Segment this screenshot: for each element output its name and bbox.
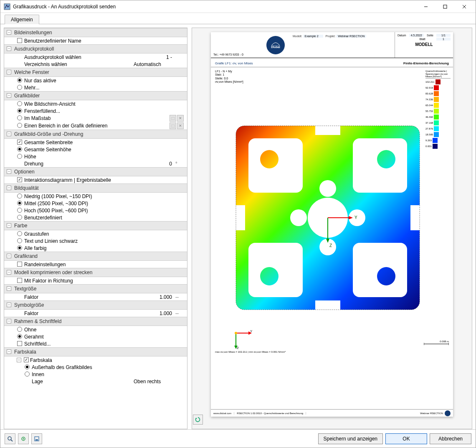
group-textgroesse[interactable]: −Textgröße bbox=[4, 284, 187, 293]
group-farbe[interactable]: −Farbe bbox=[4, 221, 187, 230]
opt-gerahmt[interactable]: Gerahmt bbox=[4, 333, 187, 340]
print-page: Tel.: +49 9673 9203 - 0 Dlubal Modell: E… bbox=[211, 32, 453, 417]
opt-protokoll-select[interactable]: Ausdruckprotokoll wählen1 - bbox=[4, 53, 187, 61]
region-clear-icon[interactable]: ✕ bbox=[177, 122, 184, 129]
hdr-project: Projekt: Webinar RSECTION bbox=[326, 35, 367, 55]
tab-general[interactable]: Allgemein bbox=[5, 15, 39, 24]
opt-faktor-richtung[interactable]: Mit Faktor in Richtung bbox=[4, 277, 187, 284]
settings-button[interactable] bbox=[18, 433, 29, 444]
dialog-window: Grafikausdruck - An Ausdruckprotokoll se… bbox=[0, 0, 476, 448]
header-tel: Tel.: +49 9673 9203 - 0 bbox=[211, 32, 261, 58]
axes-indicator: Y Z bbox=[232, 329, 253, 350]
svg-point-44 bbox=[8, 437, 11, 440]
opt-textlinien-schwarz[interactable]: Text und Linien schwarz bbox=[4, 237, 187, 244]
dlubal-logo: Dlubal bbox=[266, 36, 285, 54]
graphic-footline: max σv,von Mises = 102.211 | min σv,von … bbox=[215, 351, 286, 353]
group-bildqualitaet[interactable]: −Bildqualität bbox=[4, 183, 187, 193]
refresh-button[interactable] bbox=[193, 415, 203, 425]
help-button[interactable] bbox=[5, 433, 15, 444]
cancel-button[interactable]: Abbrechen bbox=[430, 433, 471, 444]
scale-bar: 0.008 m bbox=[424, 340, 449, 346]
svg-rect-49 bbox=[35, 439, 38, 440]
opt-bereich[interactable]: Einen Bereich in der Grafik definieren ⬚… bbox=[4, 122, 187, 130]
opt-mehr[interactable]: Mehr... bbox=[4, 84, 187, 91]
opt-verzeichnis[interactable]: Verzeichnis wählenAutomatisch bbox=[4, 61, 187, 68]
opt-massstab[interactable]: Im Maßstab ⬚✕ bbox=[4, 115, 187, 122]
opt-qual-low[interactable]: Niedrig (1000 Pixel, ~150 DPI) bbox=[4, 193, 187, 200]
svg-rect-0 bbox=[4, 4, 10, 10]
svg-text:Z: Z bbox=[329, 243, 332, 248]
opt-diagram[interactable]: Interaktionsdiagramm | Ergebnistabelle bbox=[4, 176, 187, 183]
magnifier-icon bbox=[7, 436, 13, 442]
opt-qual-custom[interactable]: Benutzerdefiniert bbox=[4, 214, 187, 221]
opt-alle-farbig[interactable]: Alle farbig bbox=[4, 244, 187, 252]
opt-farbskala-cb[interactable]: −Farbskala bbox=[4, 356, 187, 364]
opt-nur-aktive[interactable]: Nur das aktive bbox=[4, 77, 187, 84]
color-legend: Querschnittswerte | Spannungen σv,von Mi… bbox=[425, 70, 451, 149]
radio[interactable] bbox=[17, 85, 22, 90]
preview-scroll[interactable]: Tel.: +49 9673 9203 - 0 Dlubal Modell: E… bbox=[192, 28, 472, 429]
hdr-right: Datum4.5.2022Seite1/1 Blatt1 MODELL bbox=[395, 32, 453, 58]
group-grafikrand[interactable]: −Grafikrand bbox=[4, 252, 187, 261]
group-grafikbilder[interactable]: −Grafikbilder bbox=[4, 91, 187, 100]
settings-panel: −Bildeinstellungen Benutzerdefinierter N… bbox=[4, 28, 187, 429]
page-footer: www.dlubal.com RSECTION 1.02.0010 - Quer… bbox=[211, 409, 453, 417]
opt-randeinstellungen[interactable]: Randeinstellungen bbox=[4, 261, 187, 268]
window-title: Grafikausdruck - An Ausdruckprotokoll se… bbox=[13, 4, 416, 10]
opt-symbol-faktor[interactable]: Faktor1.000-- bbox=[4, 310, 187, 317]
zoom-in-icon[interactable]: ⬚ bbox=[170, 115, 176, 122]
svg-text:Y: Y bbox=[354, 215, 357, 220]
opt-full-width[interactable]: Gesamte Seitenbreite bbox=[4, 139, 187, 146]
opt-bildschirm[interactable]: Wie Bildschirm-Ansicht bbox=[4, 100, 187, 107]
svg-point-39 bbox=[235, 332, 237, 334]
zoom-out-icon[interactable]: ✕ bbox=[177, 115, 184, 122]
opt-fensterfuellend[interactable]: Fensterfüllend... bbox=[4, 107, 187, 115]
opt-schriftfeld[interactable]: Schriftfeld... bbox=[4, 340, 187, 347]
opt-full-height[interactable]: Gesamte Seitenhöhe bbox=[4, 146, 187, 153]
settings-tree[interactable]: −Bildeinstellungen Benutzerdefinierter N… bbox=[4, 28, 187, 429]
group-options[interactable]: −Optionen bbox=[4, 167, 187, 176]
close-button[interactable] bbox=[455, 0, 474, 13]
group-welche-fenster[interactable]: −Welche Fenster bbox=[4, 68, 187, 77]
ok-button[interactable]: OK bbox=[385, 433, 427, 444]
save-icon bbox=[34, 436, 40, 442]
opt-ohne[interactable]: Ohne bbox=[4, 326, 187, 333]
hdr-model: Modell: Example 2 bbox=[293, 35, 323, 55]
refresh-icon bbox=[195, 417, 201, 423]
opt-qual-mid[interactable]: Mittel (2500 Pixel, ~300 DPI) bbox=[4, 200, 187, 207]
maximize-button[interactable] bbox=[435, 0, 455, 13]
group-rahmen[interactable]: −Rahmen & Schriftfeld bbox=[4, 317, 187, 326]
save-and-show-button[interactable]: Speichern und anzeigen bbox=[318, 433, 383, 444]
group-komprimieren[interactable]: −Modell komprimieren oder strecken bbox=[4, 268, 187, 277]
opt-scale-inside[interactable]: Innen bbox=[4, 371, 187, 378]
preview-panel: Tel.: +49 9673 9203 - 0 Dlubal Modell: E… bbox=[192, 28, 472, 429]
svg-line-45 bbox=[11, 440, 13, 441]
subtitle-right: Finite-Elemente-Berechnung bbox=[403, 61, 449, 65]
gear-icon bbox=[20, 436, 26, 442]
titlebar: Grafikausdruck - An Ausdruckprotokoll se… bbox=[0, 0, 476, 13]
tab-bar: Allgemein bbox=[0, 13, 476, 24]
opt-scale-pos[interactable]: LageOben rechts bbox=[4, 378, 187, 385]
opt-custom-name[interactable]: Benutzerdefinierter Name bbox=[4, 37, 187, 44]
group-bildeinstellungen[interactable]: −Bildeinstellungen bbox=[4, 28, 187, 37]
opt-qual-high[interactable]: Hoch (5000 Pixel, ~600 DPI) bbox=[4, 207, 187, 214]
group-size-rotation[interactable]: −Grafikbild-Größe und -Drehung bbox=[4, 130, 187, 139]
opt-height[interactable]: Höhe bbox=[4, 153, 187, 160]
svg-text:Y: Y bbox=[250, 329, 253, 333]
group-ausdruckprotokoll[interactable]: −Ausdruckprotokoll bbox=[4, 44, 187, 53]
svg-point-47 bbox=[23, 438, 24, 439]
save-settings-button[interactable] bbox=[31, 433, 42, 444]
svg-rect-2 bbox=[443, 5, 447, 8]
group-symbolgroesse[interactable]: −Symbolgröße bbox=[4, 300, 187, 310]
opt-text-faktor[interactable]: Faktor1.000-- bbox=[4, 293, 187, 300]
opt-rotation[interactable]: Drehung0° bbox=[4, 160, 187, 167]
opt-graustufen[interactable]: Graustufen bbox=[4, 230, 187, 237]
minimize-button[interactable] bbox=[416, 0, 435, 13]
region-pick-icon[interactable]: ⬚ bbox=[170, 122, 176, 129]
app-icon bbox=[4, 3, 10, 10]
footer-bar: Speichern und anzeigen OK Abbrechen bbox=[0, 429, 476, 448]
group-farbskala[interactable]: −Farbskala bbox=[4, 347, 187, 356]
radio[interactable] bbox=[17, 78, 22, 83]
opt-scale-outside[interactable]: Außerhalb des Grafikbildes bbox=[4, 364, 187, 371]
checkbox[interactable] bbox=[17, 38, 22, 43]
